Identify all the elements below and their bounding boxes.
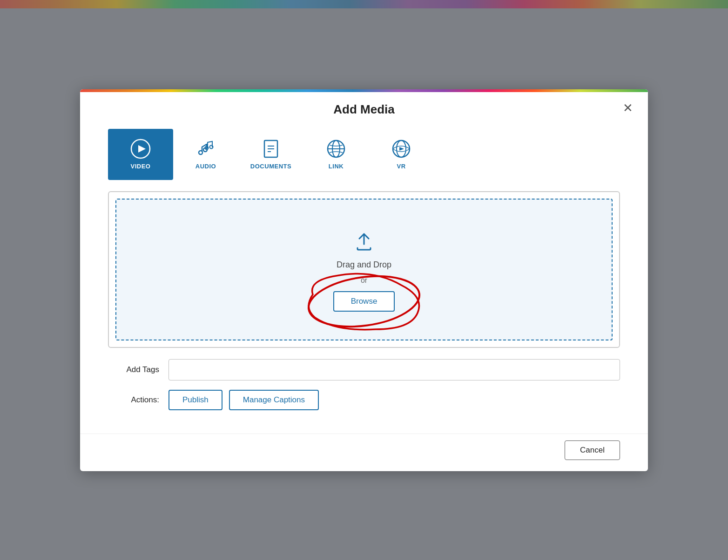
tab-audio-label: AUDIO	[195, 163, 216, 170]
drag-drop-text: Drag and Drop	[337, 260, 391, 270]
close-button[interactable]: ✕	[619, 100, 637, 116]
publish-button[interactable]: Publish	[169, 390, 222, 410]
drop-zone-outer: Drag and Drop or Browse	[108, 191, 620, 348]
tab-audio[interactable]: AUDIO	[173, 129, 238, 180]
link-icon	[326, 139, 346, 159]
tags-row: Add Tags	[108, 359, 620, 380]
cancel-button[interactable]: Cancel	[565, 440, 620, 460]
svg-marker-1	[138, 145, 146, 153]
add-media-modal: Add Media ✕ VIDEO	[80, 89, 648, 471]
video-icon	[130, 139, 151, 159]
tab-video-label: VIDEO	[131, 163, 151, 170]
upload-icon	[351, 227, 377, 253]
actions-label: Actions:	[108, 395, 159, 405]
or-text: or	[361, 276, 367, 285]
modal-overlay: Add Media ✕ VIDEO	[0, 0, 728, 560]
modal-title: Add Media	[333, 102, 394, 117]
tags-input[interactable]	[169, 359, 620, 380]
tab-documents-label: DOCUMENTS	[250, 163, 291, 170]
modal-body: VIDEO AUDIO	[80, 124, 648, 433]
tab-vr-label: VR	[397, 163, 405, 170]
svg-point-2	[199, 151, 202, 154]
modal-footer: Cancel	[80, 433, 648, 471]
vr-icon	[391, 139, 411, 159]
browse-annotation: Browse	[333, 291, 395, 312]
tab-link-label: LINK	[329, 163, 344, 170]
modal-header: Add Media ✕	[80, 92, 648, 124]
media-type-tabs: VIDEO AUDIO	[108, 129, 620, 180]
browse-button[interactable]: Browse	[333, 291, 395, 312]
documents-icon	[261, 139, 281, 159]
close-icon: ✕	[623, 101, 633, 115]
drop-zone-inner[interactable]: Drag and Drop or Browse	[115, 199, 613, 340]
actions-buttons: Publish Manage Captions	[169, 390, 319, 410]
audio-icon	[195, 139, 216, 159]
tab-link[interactable]: LINK	[303, 129, 369, 180]
svg-marker-16	[399, 147, 404, 151]
manage-captions-button[interactable]: Manage Captions	[229, 390, 319, 410]
tab-video[interactable]: VIDEO	[108, 129, 173, 180]
actions-row: Actions: Publish Manage Captions	[108, 390, 620, 410]
tab-vr[interactable]: VR	[369, 129, 434, 180]
tab-documents[interactable]: DOCUMENTS	[238, 129, 303, 180]
tags-label: Add Tags	[108, 365, 159, 374]
